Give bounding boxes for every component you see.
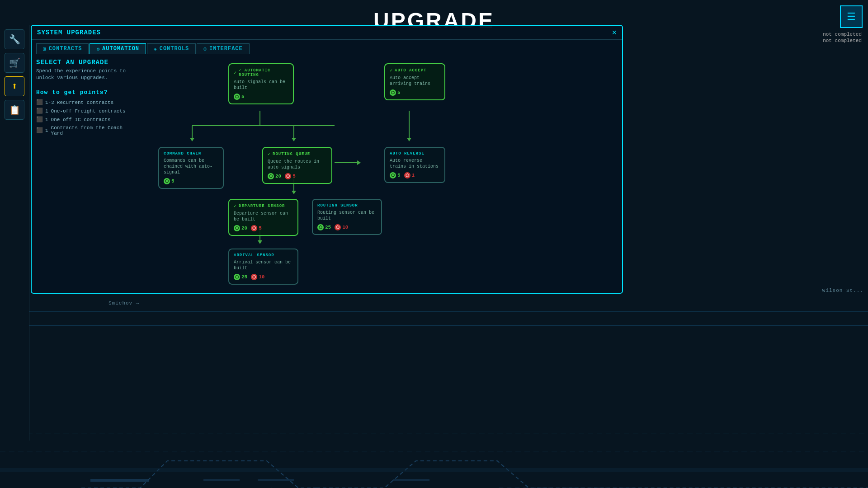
select-upgrade-desc: Spend the experience points to unlock va… bbox=[36, 68, 136, 82]
node-departure-sensor[interactable]: ✓ DEPARTURE SENSOR Departure sensor can … bbox=[228, 199, 298, 236]
node-desc-routing-sensor: Routing sensor can be built bbox=[317, 210, 377, 221]
sidebar: 🔧 🛒 ⬆ 📋 bbox=[0, 25, 29, 441]
dialog-header: System Upgrades × bbox=[32, 26, 622, 40]
check-icon-2: ✓ bbox=[390, 68, 393, 73]
point-item-3: ⬛ 1 One-off IC contracts bbox=[36, 117, 136, 123]
point-item-4: ⬛ 1 Contracts from the Coach Yard bbox=[36, 125, 136, 136]
cost-value-cc: 5 bbox=[171, 178, 175, 184]
tab-interface[interactable]: ⊕ INTERFACE bbox=[197, 43, 249, 54]
node-cost-auto-accept: ⬡ 5 bbox=[390, 89, 440, 96]
sidebar-btn-wrench[interactable]: 🔧 bbox=[5, 29, 24, 49]
select-upgrade-title: Select an upgrade bbox=[36, 59, 136, 66]
node-cost-auto-reverse: ⬡ 5 ⬡ 1 bbox=[390, 172, 440, 178]
svg-marker-22 bbox=[407, 138, 411, 141]
contracts-tab-icon: ⊞ bbox=[43, 46, 47, 52]
node-desc-command-chain: Commands can be chained with auto-signal bbox=[164, 158, 218, 175]
cost-green-ds: ⬡ 20 bbox=[234, 225, 247, 231]
cost-green-2: ⬡ 5 bbox=[390, 89, 401, 96]
cost-icon-green-as: ⬡ bbox=[234, 274, 240, 280]
point-text-3: One-off IC contracts bbox=[51, 117, 111, 122]
node-title-command-chain: COMMAND CHAIN bbox=[164, 151, 218, 156]
cost-green-4: ⬡ 20 bbox=[268, 173, 281, 179]
cost-value-rs-2: 10 bbox=[342, 225, 348, 230]
tab-contracts[interactable]: ⊞ CONTRACTS bbox=[36, 43, 89, 54]
sidebar-btn-cart[interactable]: 🛒 bbox=[5, 53, 24, 73]
node-cost-departure-sensor: ⬡ 20 ⬡ 5 bbox=[234, 225, 293, 231]
map-label-smichov: Smíchov → bbox=[108, 300, 139, 306]
cost-icon-green-rs: ⬡ bbox=[317, 224, 324, 230]
point-item-2: ⬛ 1 One-off Freight contracts bbox=[36, 108, 136, 114]
point-text-1: Recurrent contracts bbox=[57, 100, 113, 105]
cost-value-rs-1: 25 bbox=[325, 225, 331, 230]
contracts-icon: 📋 bbox=[9, 104, 20, 116]
svg-marker-12 bbox=[190, 138, 194, 141]
svg-marker-20 bbox=[258, 240, 262, 244]
cost-green-3: ⬡ 5 bbox=[164, 178, 175, 184]
top-right-list-button[interactable]: ☰ bbox=[840, 5, 863, 28]
node-cost-routing-queue: ⬡ 20 ⬡ 5 bbox=[268, 173, 327, 179]
upgrade-tree: ✓ ✓ Automatic Routing Auto signals can b… bbox=[140, 59, 618, 281]
cost-red-ds: ⬡ 5 bbox=[251, 225, 262, 231]
point-item-1: ⬛ 1-2 Recurrent contracts bbox=[36, 99, 136, 106]
status-label-2: not completed bbox=[823, 38, 862, 43]
controls-tab-icon: ◈ bbox=[154, 46, 157, 52]
cost-red-rs: ⬡ 10 bbox=[335, 224, 348, 230]
tab-automation[interactable]: ⚙ AUTOMATION bbox=[90, 43, 146, 54]
how-to-title: How to get points? bbox=[36, 89, 136, 96]
node-routing-queue[interactable]: ✓ ROUTING QUEUE Queue the routes in auto… bbox=[262, 147, 332, 184]
sidebar-btn-contracts[interactable]: 📋 bbox=[5, 100, 24, 120]
node-auto-accept[interactable]: ✓ AUTO ACCEPT Auto accept arriving train… bbox=[384, 63, 445, 100]
dialog-title: System Upgrades bbox=[37, 29, 101, 36]
node-desc-departure-sensor: Departure sensor can be built bbox=[234, 211, 293, 222]
cost-value-rq-1: 20 bbox=[275, 174, 281, 179]
point-text-2: One-off Freight contracts bbox=[51, 108, 126, 114]
node-desc-automatic-routing: Auto signals can be built bbox=[234, 79, 288, 91]
check-icon-1: ✓ bbox=[234, 70, 237, 75]
wrench-icon: 🔧 bbox=[9, 34, 20, 45]
cart-icon: 🛒 bbox=[9, 57, 20, 69]
cost-icon-red-as: ⬡ bbox=[251, 274, 257, 280]
sidebar-btn-upgrade[interactable]: ⬆ bbox=[5, 76, 24, 96]
tab-contracts-label: CONTRACTS bbox=[49, 46, 82, 52]
node-title-routing-sensor: ROUTING SENSOR bbox=[317, 203, 377, 208]
node-title-arrival-sensor: ARRIVAL SENSOR bbox=[234, 253, 293, 258]
cost-value-as-2: 10 bbox=[259, 274, 264, 280]
node-desc-routing-queue: Queue the routes in auto signals bbox=[268, 159, 327, 170]
node-arrival-sensor[interactable]: ARRIVAL SENSOR Arrival sensor can be bui… bbox=[228, 249, 298, 285]
node-desc-auto-accept: Auto accept arriving trains bbox=[390, 75, 440, 87]
check-icon-3: ✓ bbox=[268, 151, 271, 157]
cost-value-ds-1: 20 bbox=[241, 225, 247, 231]
cost-icon-red-ds: ⬡ bbox=[251, 225, 257, 231]
point-icon-3: ⬛ bbox=[36, 117, 42, 123]
point-text-4: Contracts from the Coach Yard bbox=[51, 125, 136, 136]
automation-tab-icon: ⚙ bbox=[96, 46, 100, 52]
cost-green-as: ⬡ 25 bbox=[234, 274, 247, 280]
svg-marker-18 bbox=[357, 160, 361, 165]
node-cost-routing-sensor: ⬡ 25 ⬡ 10 bbox=[317, 224, 377, 230]
node-command-chain[interactable]: COMMAND CHAIN Commands can be chained wi… bbox=[158, 147, 224, 189]
left-panel: Select an upgrade Spend the experience p… bbox=[36, 59, 136, 281]
cost-icon-red-rs: ⬡ bbox=[335, 224, 341, 230]
node-auto-reverse[interactable]: AUTO REVERSE Auto reverse trains in stat… bbox=[384, 147, 445, 183]
cost-red-ar: ⬡ 1 bbox=[404, 172, 415, 178]
node-automatic-routing[interactable]: ✓ ✓ Automatic Routing Auto signals can b… bbox=[228, 63, 294, 104]
cost-value-ds-2: 5 bbox=[259, 225, 262, 231]
cost-red-as: ⬡ 10 bbox=[251, 274, 264, 280]
cost-green-rs: ⬡ 25 bbox=[317, 224, 331, 230]
close-button[interactable]: × bbox=[612, 28, 617, 37]
tab-interface-label: INTERFACE bbox=[209, 46, 243, 52]
cost-value-ar-2: 1 bbox=[412, 173, 415, 178]
map-label-wilson: Wilson St... bbox=[822, 288, 863, 293]
node-title-auto-accept: ✓ AUTO ACCEPT bbox=[390, 68, 440, 73]
cost-icon-red-4: ⬡ bbox=[285, 173, 291, 179]
upgrade-icon: ⬆ bbox=[11, 80, 17, 93]
node-routing-sensor[interactable]: ROUTING SENSOR Routing sensor can be bui… bbox=[312, 199, 382, 235]
tab-controls-label: CONTROLS bbox=[160, 46, 189, 52]
node-title-auto-reverse: AUTO REVERSE bbox=[390, 151, 440, 156]
svg-marker-16 bbox=[292, 191, 296, 194]
status-label-1: not completed bbox=[823, 32, 862, 37]
cost-icon-green-ds: ⬡ bbox=[234, 225, 240, 231]
tab-controls[interactable]: ◈ CONTROLS bbox=[147, 43, 196, 54]
cost-value-as-1: 25 bbox=[241, 274, 247, 280]
cost-value-1: 5 bbox=[241, 94, 245, 99]
